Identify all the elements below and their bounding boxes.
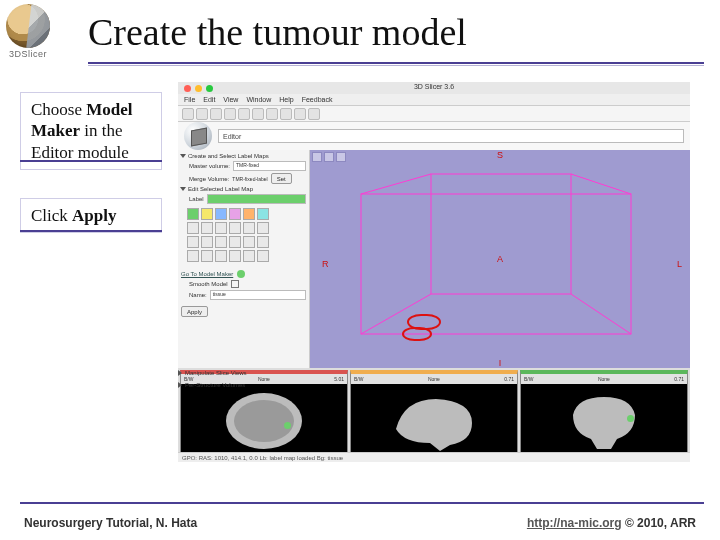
sbar-r: 5.01: [334, 376, 344, 382]
toolbar-button[interactable]: [196, 108, 208, 120]
field-label: Smooth Model: [189, 281, 228, 287]
tool-swatch[interactable]: [187, 250, 199, 262]
brain-sagittal-icon: [386, 389, 482, 453]
name-input[interactable]: tissue: [210, 290, 306, 300]
panel-section[interactable]: Manipulate Slice Views: [178, 370, 310, 376]
callout-text: Click: [31, 206, 72, 225]
tool-swatch[interactable]: [229, 250, 241, 262]
button-label: Apply: [187, 309, 202, 315]
workspace: Create and Select Label Maps Master volu…: [178, 150, 690, 368]
apply-row: Apply: [181, 306, 306, 317]
menu-file[interactable]: File: [184, 96, 195, 103]
callout-underline: [20, 160, 162, 162]
panel-section[interactable]: Per-Structure Volumes: [178, 382, 310, 388]
tool-swatch[interactable]: [257, 250, 269, 262]
tool-swatch[interactable]: [243, 222, 255, 234]
footer-left: Neurosurgery Tutorial, N. Hata: [24, 516, 197, 530]
tool-swatch[interactable]: [215, 208, 227, 220]
tool-swatch[interactable]: [229, 208, 241, 220]
panel-section[interactable]: Create and Select Label Maps: [181, 153, 306, 159]
svg-line-5: [571, 294, 631, 334]
disclosure-icon: [180, 187, 186, 191]
title-rule: [88, 62, 704, 64]
callout-choose-modelmaker: Choose Model Maker in the Editor module: [20, 92, 162, 170]
axis-s: S: [497, 150, 503, 160]
minimize-icon[interactable]: [195, 85, 202, 92]
axis-a: A: [497, 254, 503, 264]
tool-swatch[interactable]: [201, 250, 213, 262]
tool-swatch[interactable]: [201, 222, 213, 234]
sbar-r: 0.71: [504, 376, 514, 382]
menu-view[interactable]: View: [223, 96, 238, 103]
toolbar-button[interactable]: [238, 108, 250, 120]
zoom-icon[interactable]: [206, 85, 213, 92]
tool-swatch[interactable]: [201, 208, 213, 220]
tool-swatch[interactable]: [257, 222, 269, 234]
callout-bold: Apply: [72, 206, 116, 225]
view-3d[interactable]: S I R A L: [310, 150, 690, 368]
axis-r: R: [322, 259, 329, 269]
menu-window[interactable]: Window: [246, 96, 271, 103]
module-selector-value: Editor: [223, 133, 241, 140]
callout-underline: [20, 230, 162, 232]
tool-swatch[interactable]: [187, 236, 199, 248]
toolbar-button[interactable]: [308, 108, 320, 120]
toolbar-button[interactable]: [210, 108, 222, 120]
tumour-marker: [627, 415, 634, 422]
link-label[interactable]: Go To Model Maker: [181, 271, 233, 277]
tool-swatch[interactable]: [215, 222, 227, 234]
slice-coronal[interactable]: B/WNone0.71: [520, 370, 688, 460]
callout-click-apply: Click Apply: [20, 198, 162, 233]
hud-button[interactable]: [312, 152, 322, 162]
tool-swatch[interactable]: [187, 208, 199, 220]
toolbar-button[interactable]: [252, 108, 264, 120]
green-dot-icon: [237, 270, 245, 278]
tool-palette: [187, 208, 306, 262]
section-label: Per-Structure Volumes: [185, 382, 245, 388]
field-label: Label: [189, 196, 204, 202]
tool-swatch[interactable]: [215, 250, 227, 262]
slide: 3DSlicer Create the tumour model Choose …: [0, 0, 720, 540]
sbar-l: B/W: [354, 376, 363, 382]
tool-swatch[interactable]: [257, 236, 269, 248]
titlebar: 3D Slicer 3.6: [178, 82, 690, 94]
toolbar-button[interactable]: [182, 108, 194, 120]
master-volume-select[interactable]: TMR-fixed: [233, 161, 306, 171]
footer-link[interactable]: http://na-mic.org: [527, 516, 622, 530]
sbar-l: B/W: [524, 376, 533, 382]
menu-help[interactable]: Help: [279, 96, 293, 103]
tool-swatch[interactable]: [229, 236, 241, 248]
disclosure-icon: [178, 382, 182, 388]
tool-swatch[interactable]: [215, 236, 227, 248]
logo-caption: 3DSlicer: [6, 49, 50, 59]
slicer-logo-icon: [6, 4, 50, 48]
menu-feedback[interactable]: Feedback: [302, 96, 333, 103]
panel-section[interactable]: Edit Selected Label Map: [181, 186, 306, 192]
checkbox[interactable]: [231, 280, 239, 288]
module-selector[interactable]: Editor: [218, 129, 684, 143]
hud-button[interactable]: [336, 152, 346, 162]
close-icon[interactable]: [184, 85, 191, 92]
tool-swatch[interactable]: [257, 208, 269, 220]
tool-swatch[interactable]: [243, 236, 255, 248]
apply-button[interactable]: Apply: [181, 306, 208, 317]
tool-swatch[interactable]: [229, 222, 241, 234]
tool-swatch[interactable]: [187, 222, 199, 234]
toolbar-button[interactable]: [294, 108, 306, 120]
toolbar-button[interactable]: [224, 108, 236, 120]
menu-edit[interactable]: Edit: [203, 96, 215, 103]
view-hud: [312, 152, 346, 162]
field-label: Name:: [189, 292, 207, 298]
tool-swatch[interactable]: [201, 236, 213, 248]
hud-button[interactable]: [324, 152, 334, 162]
set-button[interactable]: Set: [271, 173, 292, 184]
slice-sagittal[interactable]: B/WNone0.71: [350, 370, 518, 460]
toolbar-button[interactable]: [280, 108, 292, 120]
section-label: Create and Select Label Maps: [188, 153, 269, 159]
tool-swatch[interactable]: [243, 208, 255, 220]
disclosure-icon: [178, 370, 182, 376]
label-swatch[interactable]: [207, 194, 306, 204]
toolbar-button[interactable]: [266, 108, 278, 120]
tool-swatch[interactable]: [243, 250, 255, 262]
slice-bar: B/WNone0.71: [351, 374, 517, 384]
